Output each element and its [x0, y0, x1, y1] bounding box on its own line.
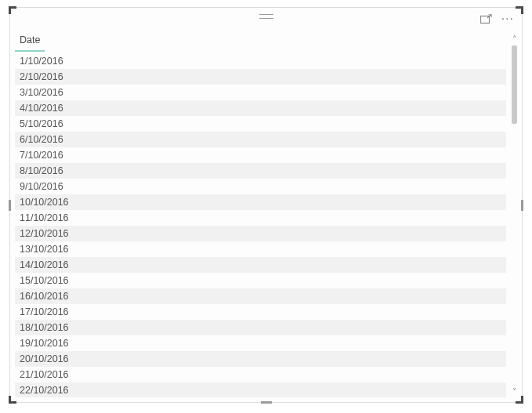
date-cell: 20/10/2016	[15, 351, 74, 367]
vertical-scrollbar[interactable]: ˄ ˅	[509, 34, 519, 397]
resize-handle-bottom[interactable]	[261, 401, 272, 404]
date-cell: 1/10/2016	[15, 53, 68, 69]
column-header-date[interactable]: Date	[15, 31, 45, 52]
date-cell: 7/10/2016	[15, 147, 68, 163]
resize-handle-top-right[interactable]	[516, 6, 523, 14]
table-row[interactable]: 16/10/2016	[15, 288, 506, 304]
scroll-down-arrow-icon[interactable]: ˅	[509, 387, 519, 397]
table-visual-frame[interactable]: ··· Date 1/10/20162/10/20163/10/20164/10…	[9, 7, 523, 403]
date-cell: 14/10/2016	[15, 257, 74, 273]
table-row[interactable]: 8/10/2016	[15, 163, 506, 179]
date-cell: 22/10/2016	[15, 382, 74, 397]
date-cell: 6/10/2016	[15, 132, 68, 147]
table-row[interactable]: 10/10/2016	[15, 194, 506, 210]
table-body: 1/10/20162/10/20163/10/20164/10/20165/10…	[15, 53, 506, 397]
date-cell: 17/10/2016	[15, 304, 74, 320]
table-row[interactable]: 12/10/2016	[15, 226, 506, 241]
date-cell: 16/10/2016	[15, 288, 74, 304]
table-row[interactable]: 7/10/2016	[15, 147, 506, 163]
date-cell: 13/10/2016	[15, 241, 74, 257]
date-cell: 11/10/2016	[15, 210, 74, 226]
resize-handle-top-left[interactable]	[9, 6, 16, 14]
table-row[interactable]: 15/10/2016	[15, 273, 506, 288]
table-row[interactable]: 21/10/2016	[15, 367, 506, 382]
date-cell: 10/10/2016	[15, 194, 74, 210]
table-row[interactable]: 4/10/2016	[15, 100, 506, 116]
date-cell: 3/10/2016	[15, 85, 68, 100]
date-cell: 15/10/2016	[15, 273, 74, 288]
resize-handle-left[interactable]	[9, 200, 11, 211]
scroll-thumb[interactable]	[512, 45, 517, 124]
table-row[interactable]: 19/10/2016	[15, 335, 506, 351]
date-cell: 9/10/2016	[15, 179, 68, 194]
table-row[interactable]: 6/10/2016	[15, 132, 506, 147]
table-row[interactable]: 20/10/2016	[15, 351, 506, 367]
date-cell: 18/10/2016	[15, 320, 74, 335]
table-row[interactable]: 1/10/2016	[15, 53, 506, 69]
resize-handle-right[interactable]	[521, 200, 523, 211]
table-row[interactable]: 9/10/2016	[15, 179, 506, 194]
scroll-up-arrow-icon[interactable]: ˄	[509, 34, 519, 45]
table-row[interactable]: 14/10/2016	[15, 257, 506, 273]
date-cell: 12/10/2016	[15, 226, 74, 241]
table-row[interactable]: 2/10/2016	[15, 69, 506, 85]
table-row[interactable]: 18/10/2016	[15, 320, 506, 335]
visual-header-actions: ···	[480, 13, 516, 27]
date-cell: 8/10/2016	[15, 163, 68, 179]
report-canvas: ··· Date 1/10/20162/10/20163/10/20164/10…	[0, 0, 532, 413]
date-cell: 5/10/2016	[15, 116, 68, 132]
date-cell: 21/10/2016	[15, 367, 74, 382]
table-row[interactable]: 17/10/2016	[15, 304, 506, 320]
date-cell: 19/10/2016	[15, 335, 74, 351]
table-visual: Date 1/10/20162/10/20163/10/20164/10/201…	[15, 31, 506, 397]
date-cell: 2/10/2016	[15, 69, 68, 85]
focus-mode-icon[interactable]	[480, 13, 494, 27]
table-row[interactable]: 3/10/2016	[15, 85, 506, 100]
drag-grip-icon[interactable]	[259, 14, 273, 19]
date-cell: 4/10/2016	[15, 100, 68, 116]
more-options-icon[interactable]: ···	[500, 13, 516, 27]
table-row[interactable]: 22/10/2016	[15, 382, 506, 397]
table-row[interactable]: 5/10/2016	[15, 116, 506, 132]
table-row[interactable]: 13/10/2016	[15, 241, 506, 257]
table-row[interactable]: 11/10/2016	[15, 210, 506, 226]
